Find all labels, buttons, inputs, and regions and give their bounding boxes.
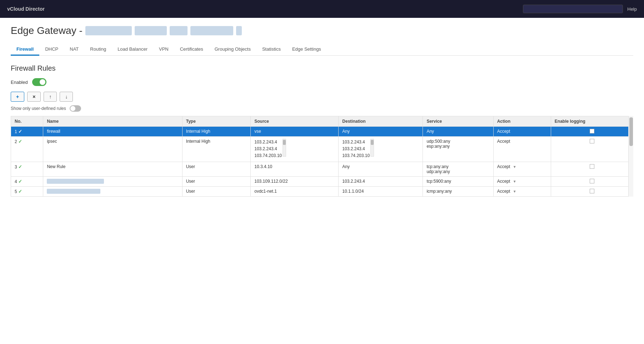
toggle-thumb: [40, 79, 45, 85]
check-icon: ✓: [18, 129, 22, 134]
delete-rule-button[interactable]: ×: [27, 92, 41, 102]
col-no: No.: [11, 116, 43, 127]
cell-no: 4 ✓: [11, 176, 43, 186]
cell-logging: [551, 162, 633, 176]
logging-checkbox[interactable]: [590, 164, 594, 169]
tab-routing[interactable]: Routing: [84, 44, 112, 56]
cell-action: Accept: [493, 127, 551, 137]
user-defined-label: Show only user-defined rules: [11, 106, 66, 111]
cell-destination: 10.1.1.0/24: [339, 186, 423, 196]
app-logo: vCloud Director: [7, 6, 45, 12]
table-row[interactable]: 4 ✓ User 103.109.112.0/22 103.2.243.4 tc…: [11, 176, 633, 186]
user-defined-toggle[interactable]: [70, 105, 81, 112]
logging-checkbox[interactable]: [590, 139, 594, 143]
table-header-row: No. Name Type Source Destination Service…: [11, 116, 633, 127]
tabs-container: Firewall DHCP NAT Routing Load Balancer …: [11, 44, 633, 56]
table-row[interactable]: 5 ✓ User ovdc1-net.1 10.1.1.0/24 icmp:an…: [11, 186, 633, 196]
add-rule-button[interactable]: +: [11, 92, 24, 102]
check-icon: ✓: [18, 139, 22, 144]
down-icon: ↓: [65, 94, 68, 100]
tab-grouping-objects[interactable]: Grouping Objects: [209, 44, 256, 56]
move-down-button[interactable]: ↓: [60, 92, 73, 102]
cell-type: User: [182, 186, 251, 196]
cell-name: New Rule: [43, 162, 182, 176]
cell-service: icmp:any:any: [423, 186, 493, 196]
user-defined-row: Show only user-defined rules: [11, 105, 633, 112]
tab-statistics[interactable]: Statistics: [256, 44, 286, 56]
cell-destination: Any: [339, 127, 423, 137]
cell-destination: 103.2.243.4: [339, 176, 423, 186]
section-title: Firewall Rules: [11, 64, 633, 72]
cell-name: firewall: [43, 127, 182, 137]
col-type: Type: [182, 116, 251, 127]
title-blurred-5: [236, 26, 242, 35]
col-logging: Enable logging: [551, 116, 633, 127]
cell-source: 103.109.112.0/22: [251, 176, 339, 186]
cell-action: Accept ▼: [493, 186, 551, 196]
cell-type: Internal High: [182, 127, 251, 137]
page-title: Edge Gateway -: [11, 25, 633, 36]
name-blurred: [47, 189, 100, 194]
cell-service: tcp:any:anyudp:any:any: [423, 162, 493, 176]
tab-dhcp[interactable]: DHCP: [39, 44, 64, 56]
col-action: Action: [493, 116, 551, 127]
cell-source: vse: [251, 127, 339, 137]
cell-action: Accept: [493, 137, 551, 162]
action-dropdown-arrow[interactable]: ▼: [513, 189, 516, 193]
action-dropdown-arrow[interactable]: ▼: [513, 165, 516, 169]
page-title-text: Edge Gateway -: [11, 25, 83, 36]
search-input[interactable]: [523, 5, 623, 13]
delete-icon: ×: [33, 94, 35, 100]
scrollbar-thumb: [629, 117, 633, 146]
cell-logging: [551, 137, 633, 162]
enabled-label: Enabled: [11, 80, 28, 85]
user-defined-toggle-thumb: [70, 106, 75, 111]
tab-edge-settings[interactable]: Edge Settings: [286, 44, 327, 56]
check-icon: ✓: [18, 179, 22, 184]
cell-service: udp:500:anyesp:any:any: [423, 137, 493, 162]
table-row[interactable]: 2 ✓ ipsec Internal High 103.2.243.4103.2…: [11, 137, 633, 162]
title-blurred-4: [190, 26, 233, 35]
table-row[interactable]: 3 ✓ New Rule User 10.3.4.10 Any tcp:any:…: [11, 162, 633, 176]
cell-no: 2 ✓: [11, 137, 43, 162]
logging-checkbox[interactable]: [590, 189, 594, 193]
help-link[interactable]: Help: [627, 6, 637, 12]
add-icon: +: [16, 94, 19, 100]
move-up-button[interactable]: ↑: [44, 92, 57, 102]
tab-vpn[interactable]: VPN: [153, 44, 174, 56]
cell-source: 10.3.4.10: [251, 162, 339, 176]
table-row[interactable]: 1 ✓ firewall Internal High vse Any Any A…: [11, 127, 633, 137]
enabled-toggle[interactable]: [32, 78, 46, 86]
col-service: Service: [423, 116, 493, 127]
cell-name: ipsec: [43, 137, 182, 162]
cell-service: tcp:5900:any: [423, 176, 493, 186]
cell-type: Internal High: [182, 137, 251, 162]
up-icon: ↑: [49, 94, 51, 100]
col-source: Source: [251, 116, 339, 127]
cell-name: [43, 176, 182, 186]
action-dropdown-arrow[interactable]: ▼: [513, 179, 516, 183]
tab-nat[interactable]: NAT: [64, 44, 84, 56]
toggle-track: [32, 78, 46, 86]
main-content: Edge Gateway - Firewall DHCP NAT Routing…: [0, 18, 644, 344]
tab-firewall[interactable]: Firewall: [11, 44, 39, 56]
col-name: Name: [43, 116, 182, 127]
tab-certificates[interactable]: Certificates: [174, 44, 209, 56]
cell-source: 103.2.243.4103.2.243.4103.74.203.10: [251, 137, 339, 162]
tab-load-balancer[interactable]: Load Balancer: [112, 44, 153, 56]
cell-no: 1 ✓: [11, 127, 43, 137]
check-icon: ✓: [18, 189, 22, 194]
logging-checkbox[interactable]: [590, 179, 594, 183]
toolbar: + × ↑ ↓: [11, 92, 633, 102]
table-scrollbar[interactable]: [628, 116, 633, 197]
cell-service: Any: [423, 127, 493, 137]
col-destination: Destination: [339, 116, 423, 127]
title-blurred-3: [170, 26, 188, 35]
topbar-right: Help: [523, 5, 637, 13]
cell-source: ovdc1-net.1: [251, 186, 339, 196]
cell-logging: [551, 176, 633, 186]
name-blurred: [47, 179, 104, 184]
logging-checkbox[interactable]: [590, 129, 594, 133]
enabled-row: Enabled: [11, 78, 633, 86]
topbar: vCloud Director Help: [0, 0, 644, 18]
